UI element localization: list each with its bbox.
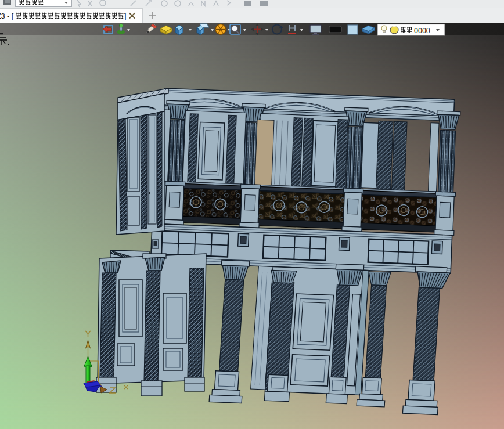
svg-text:0000: 0000: [414, 27, 430, 35]
svg-text:]: ]: [124, 12, 126, 20]
svg-text:Z3 - [: Z3 - [: [0, 12, 14, 20]
